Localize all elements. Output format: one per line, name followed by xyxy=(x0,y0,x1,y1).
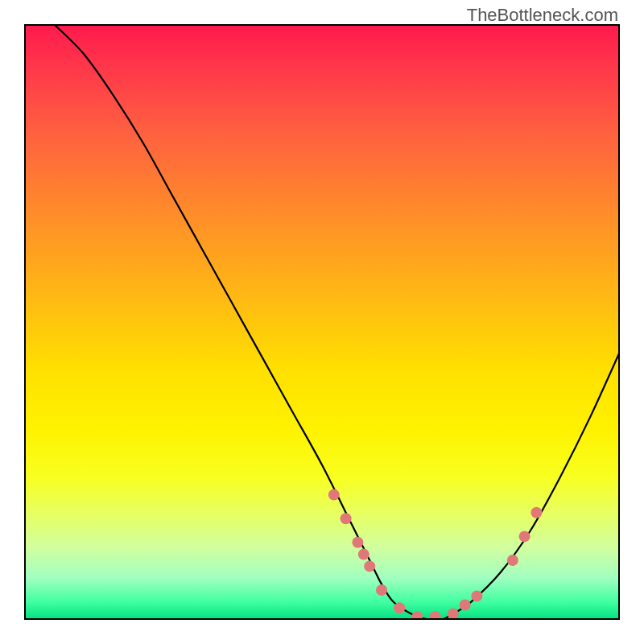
watermark-text: TheBottleneck.com xyxy=(467,5,618,26)
scatter-point xyxy=(341,513,352,524)
scatter-point xyxy=(448,609,459,620)
scatter-point xyxy=(352,537,363,548)
scatter-point xyxy=(364,560,375,572)
scatter-point xyxy=(376,584,387,596)
scatter-points-group xyxy=(328,489,543,620)
bottleneck-curve-path xyxy=(54,24,620,620)
scatter-point xyxy=(530,507,542,518)
scatter-point xyxy=(411,611,423,620)
scatter-point xyxy=(471,590,482,601)
chart-svg xyxy=(24,24,620,620)
chart-container: TheBottleneck.com xyxy=(0,0,644,644)
scatter-point xyxy=(358,549,369,560)
scatter-point xyxy=(460,600,471,611)
scatter-point xyxy=(430,611,441,620)
scatter-point xyxy=(507,555,518,566)
scatter-point xyxy=(519,530,530,542)
scatter-point xyxy=(394,602,405,613)
scatter-point xyxy=(328,489,340,501)
